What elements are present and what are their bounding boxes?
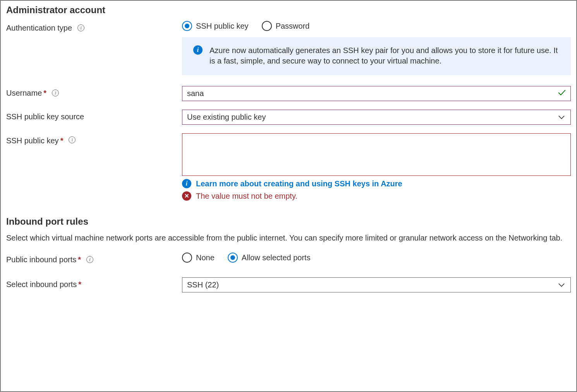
ssh-key-textarea[interactable] <box>182 133 571 176</box>
select-inbound-label: Select inbound ports* <box>6 280 81 289</box>
public-inbound-radio-group: None Allow selected ports <box>182 253 571 263</box>
label-ssh-source: SSH public key source <box>6 110 176 124</box>
radio-label: Allow selected ports <box>242 253 311 262</box>
select-inbound-select[interactable]: SSH (22) <box>182 277 571 292</box>
row-username: Username* i <box>6 86 571 101</box>
ssh-source-select-wrap: Use existing public key <box>182 110 571 125</box>
callout-text: Azure now automatically generates an SSH… <box>210 45 560 66</box>
username-input[interactable] <box>182 86 571 101</box>
ports-description: Select which virtual machine network por… <box>6 232 571 243</box>
form-panel: Administrator account Authentication typ… <box>0 0 577 392</box>
row-select-inbound: Select inbound ports* SSH (22) <box>6 277 571 292</box>
username-label: Username* <box>6 89 46 98</box>
info-icon: i <box>193 45 203 55</box>
info-icon[interactable]: i <box>52 89 59 96</box>
row-ssh-source: SSH public key source Use existing publi… <box>6 110 571 125</box>
radio-allow-selected-ports[interactable]: Allow selected ports <box>228 253 311 263</box>
info-icon[interactable]: i <box>69 136 76 143</box>
radio-ssh-public-key[interactable]: SSH public key <box>182 21 249 31</box>
row-auth-type: Authentication type i SSH public key Pas… <box>6 21 571 75</box>
public-inbound-label: Public inbound ports* <box>6 255 81 264</box>
section-title-ports: Inbound port rules <box>6 216 571 227</box>
radio-password[interactable]: Password <box>262 21 310 31</box>
select-inbound-select-wrap: SSH (22) <box>182 277 571 292</box>
radio-label: None <box>196 253 215 262</box>
radio-label: Password <box>276 22 310 31</box>
auth-type-label: Authentication type <box>6 24 72 33</box>
radio-circle-icon <box>262 21 272 31</box>
row-ssh-key: SSH public key* i i Learn more about cre… <box>6 133 571 201</box>
label-select-inbound: Select inbound ports* <box>6 277 176 291</box>
label-username: Username* i <box>6 86 176 100</box>
ssh-key-label: SSH public key* <box>6 136 63 145</box>
info-icon[interactable]: i <box>86 256 93 263</box>
radio-label: SSH public key <box>196 22 249 31</box>
ssh-learn-more-link[interactable]: Learn more about creating and using SSH … <box>196 179 402 188</box>
ssh-source-select[interactable]: Use existing public key <box>182 110 571 125</box>
label-auth-type: Authentication type i <box>6 21 176 35</box>
select-value: SSH (22) <box>187 280 219 289</box>
error-icon: ✕ <box>182 191 191 201</box>
ssh-key-error-row: ✕ The value must not be empty. <box>182 191 571 201</box>
info-icon[interactable]: i <box>77 24 84 31</box>
row-public-inbound: Public inbound ports* i None Allow selec… <box>6 253 571 266</box>
select-value: Use existing public key <box>187 113 266 121</box>
section-title-admin: Administrator account <box>6 5 571 15</box>
ssh-key-error-text: The value must not be empty. <box>196 192 297 201</box>
info-icon: i <box>182 179 191 188</box>
ssh-source-label: SSH public key source <box>6 112 84 121</box>
radio-circle-icon <box>182 253 192 263</box>
ssh-key-learn-more-row: i Learn more about creating and using SS… <box>182 179 571 188</box>
label-ssh-key: SSH public key* i <box>6 133 176 147</box>
info-callout: i Azure now automatically generates an S… <box>182 37 571 75</box>
label-public-inbound: Public inbound ports* i <box>6 253 176 266</box>
auth-type-radio-group: SSH public key Password <box>182 21 571 31</box>
username-input-wrap <box>182 86 571 101</box>
radio-circle-icon <box>182 21 192 31</box>
radio-circle-icon <box>228 253 238 263</box>
radio-none[interactable]: None <box>182 253 215 263</box>
